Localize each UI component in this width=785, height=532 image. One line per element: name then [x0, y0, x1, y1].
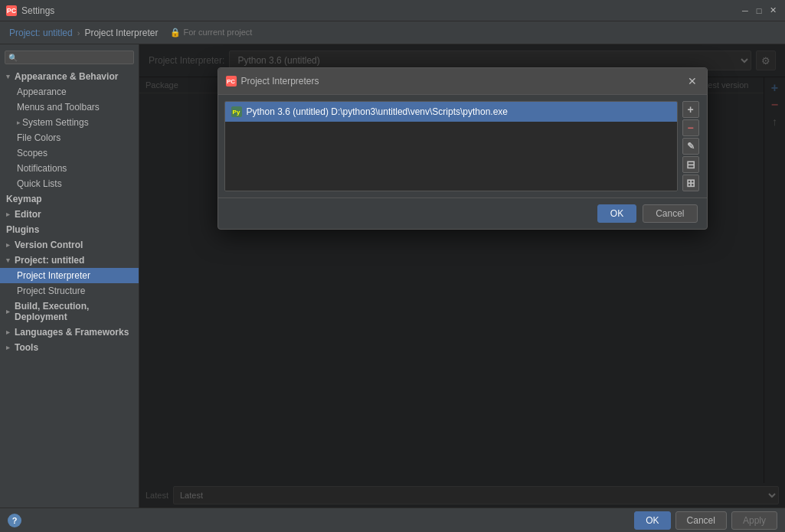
chevron-down-icon	[6, 73, 10, 80]
sidebar-item-file-colors[interactable]: File Colors	[0, 130, 139, 145]
modal-overlay: PC Project Interpreters ✕ Py	[139, 44, 785, 508]
sidebar-item-menus-toolbars[interactable]: Menus and Toolbars	[0, 100, 139, 115]
sidebar-item-quick-lists[interactable]: Quick Lists	[0, 176, 139, 191]
sidebar-group-tools[interactable]: Tools	[0, 340, 139, 355]
dialog-close-button[interactable]: ✕	[685, 74, 699, 88]
minimize-button[interactable]: ─	[739, 5, 751, 17]
search-input[interactable]	[20, 53, 130, 62]
sidebar-group-label-build-execution: Build, Execution, Deployment	[15, 301, 134, 322]
sidebar-group-languages-frameworks[interactable]: Languages & Frameworks	[0, 325, 139, 340]
add-interpreter-button[interactable]: +	[682, 101, 699, 118]
sidebar-item-notifications[interactable]: Notifications	[0, 161, 139, 176]
copy-interpreter-button[interactable]: ⊞	[682, 175, 699, 191]
sidebar-item-appearance[interactable]: Appearance	[0, 84, 139, 100]
sidebar-group-label-keymap: Keymap	[6, 194, 42, 204]
breadcrumb-project-link[interactable]: Project: untitled	[9, 28, 73, 38]
lock-icon: 🔒	[170, 28, 181, 37]
chevron-right-icon-editor	[6, 211, 10, 218]
sidebar-group-appearance-behavior[interactable]: Appearance & Behavior	[0, 69, 139, 84]
content-area: 🔍 Appearance & Behavior Appearance Menus…	[0, 44, 785, 508]
title-bar-left: PC Settings	[6, 5, 54, 16]
cancel-button[interactable]: Cancel	[675, 511, 727, 530]
sidebar-item-system-settings[interactable]: System Settings	[0, 115, 139, 130]
filter-interpreter-button[interactable]: ⊟	[682, 156, 699, 173]
sidebar-item-label-project-interpreter: Project Interpreter	[17, 270, 90, 281]
chevron-right-icon-lang	[6, 328, 10, 336]
interpreter-list: Py Python 3.6 (untitled) D:\python3\unti…	[224, 101, 678, 191]
help-button[interactable]: ?	[8, 514, 21, 527]
sidebar-group-project-untitled[interactable]: Project: untitled	[0, 253, 139, 268]
sidebar-group-editor[interactable]: Editor	[0, 207, 139, 222]
dialog-title-left: PC Project Interpreters	[226, 76, 319, 86]
sidebar-search-container[interactable]: 🔍	[5, 51, 134, 64]
sidebar-item-label-notifications: Notifications	[17, 163, 67, 174]
main-container: Project: untitled › Project Interpreter …	[0, 21, 785, 532]
apply-button[interactable]: Apply	[731, 511, 777, 530]
breadcrumb-separator: ›	[77, 28, 80, 38]
bottom-bar: ? OK Cancel Apply	[0, 508, 785, 532]
remove-interpreter-button[interactable]: −	[682, 119, 699, 136]
breadcrumb-current: Project Interpreter	[84, 28, 158, 38]
python-icon: Py	[231, 106, 242, 117]
sidebar-item-label-file-colors: File Colors	[17, 132, 61, 143]
sidebar-group-label-languages-frameworks: Languages & Frameworks	[15, 327, 129, 338]
chevron-right-icon-vc	[6, 241, 10, 249]
chevron-right-icon	[17, 119, 21, 126]
title-bar: PC Settings ─ □ ✕	[0, 0, 785, 21]
sidebar-group-label-plugins: Plugins	[6, 224, 39, 235]
bottom-left: ?	[8, 514, 21, 527]
interpreter-label: Python 3.6 (untitled) D:\python3\untitle…	[247, 106, 509, 117]
main-panel: PC Project Interpreters ✕ Py	[139, 44, 785, 508]
sidebar-item-label-project-structure: Project Structure	[17, 286, 85, 296]
sidebar-item-label-system-settings: System Settings	[22, 117, 89, 128]
sidebar-group-label-editor: Editor	[15, 209, 41, 220]
sidebar-item-label-quick-lists: Quick Lists	[17, 178, 62, 189]
sidebar-group-plugins[interactable]: Plugins	[0, 222, 139, 237]
sidebar-item-scopes[interactable]: Scopes	[0, 145, 139, 161]
dialog-app-icon: PC	[226, 76, 237, 86]
close-button[interactable]: ✕	[767, 5, 779, 17]
sidebar-group-label-appearance-behavior: Appearance & Behavior	[15, 71, 118, 82]
dialog-title-text: Project Interpreters	[241, 76, 319, 86]
sidebar: 🔍 Appearance & Behavior Appearance Menus…	[0, 44, 139, 508]
interpreter-list-item[interactable]: Py Python 3.6 (untitled) D:\python3\unti…	[225, 102, 677, 122]
sidebar-item-label-menus-toolbars: Menus and Toolbars	[17, 102, 100, 113]
dialog-ok-button[interactable]: OK	[597, 204, 636, 223]
sidebar-item-label-scopes: Scopes	[17, 148, 47, 158]
bottom-right: OK Cancel Apply	[634, 511, 777, 530]
window-controls: ─ □ ✕	[739, 5, 779, 17]
search-icon: 🔍	[8, 54, 18, 62]
ok-button[interactable]: OK	[634, 511, 670, 530]
window-title: Settings	[21, 5, 54, 16]
sidebar-item-project-interpreter[interactable]: Project Interpreter	[0, 268, 139, 283]
dialog-title-bar: PC Project Interpreters ✕	[218, 68, 707, 95]
dialog-footer: OK Cancel	[218, 197, 707, 229]
dialog-body: Py Python 3.6 (untitled) D:\python3\unti…	[218, 95, 707, 197]
sidebar-group-version-control[interactable]: Version Control	[0, 237, 139, 253]
sidebar-group-label-version-control: Version Control	[15, 240, 83, 250]
sidebar-group-build-execution[interactable]: Build, Execution, Deployment	[0, 299, 139, 325]
maximize-button[interactable]: □	[753, 5, 765, 17]
edit-interpreter-button[interactable]: ✎	[682, 138, 699, 155]
help-icon: ?	[12, 516, 18, 525]
app-icon: PC	[6, 5, 17, 16]
sidebar-group-label-tools: Tools	[15, 342, 38, 353]
chevron-right-icon-build	[6, 308, 10, 315]
chevron-right-icon-tools	[6, 344, 10, 351]
dialog-cancel-button[interactable]: Cancel	[643, 204, 697, 223]
dialog-side-buttons: + − ✎ ⊟ ⊞	[681, 101, 701, 191]
breadcrumb: Project: untitled › Project Interpreter …	[0, 21, 785, 44]
chevron-down-icon-project	[6, 256, 10, 264]
project-interpreters-dialog: PC Project Interpreters ✕ Py	[218, 67, 708, 230]
sidebar-item-label-appearance: Appearance	[17, 86, 67, 97]
breadcrumb-for-project: 🔒 For current project	[170, 28, 252, 38]
sidebar-group-keymap[interactable]: Keymap	[0, 191, 139, 207]
sidebar-group-label-project: Project: untitled	[15, 255, 84, 266]
sidebar-item-project-structure[interactable]: Project Structure	[0, 283, 139, 299]
